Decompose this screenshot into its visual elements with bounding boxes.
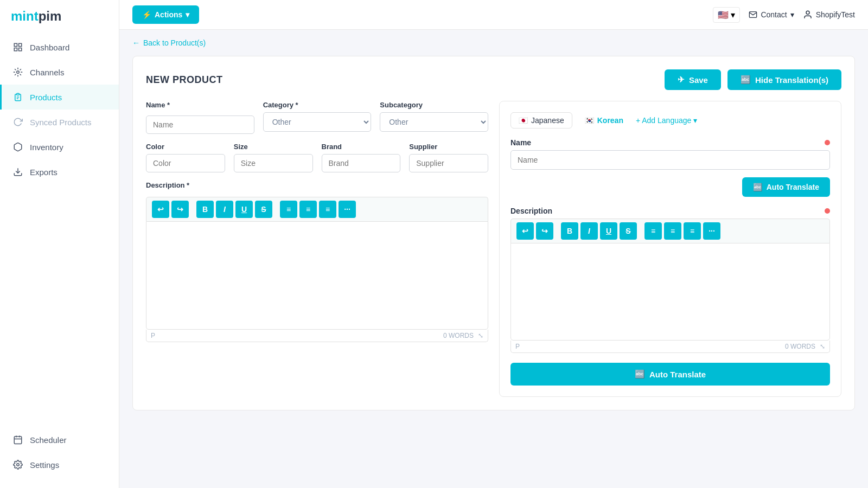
- logo-pim: pim: [39, 9, 62, 23]
- logo-mint: mint: [11, 9, 39, 23]
- auto-translate-name-button[interactable]: 🔤 Auto Translate: [742, 177, 830, 197]
- inventory-icon: [12, 142, 23, 152]
- save-button[interactable]: ✈ Save: [665, 69, 721, 90]
- user-label: ShopifyTest: [816, 10, 855, 19]
- svg-rect-5: [17, 93, 20, 95]
- translation-icon: 🔤: [741, 75, 751, 85]
- undo-button[interactable]: ↩: [152, 201, 169, 218]
- translate-icon-name: 🔤: [753, 183, 762, 191]
- rp-name-input[interactable]: [510, 150, 830, 170]
- sidebar-item-dashboard[interactable]: Dashboard: [0, 35, 119, 60]
- dashboard-label: Dashboard: [30, 43, 69, 52]
- sidebar-item-exports[interactable]: Exports: [0, 159, 119, 184]
- language-selector[interactable]: 🇺🇸 ▾: [713, 7, 740, 23]
- rp-bold-button[interactable]: B: [561, 222, 578, 240]
- underline-button[interactable]: U: [235, 201, 253, 218]
- more-options-button[interactable]: ···: [339, 201, 356, 218]
- rp-word-count: 0 WORDS: [785, 343, 815, 350]
- color-label: Color: [146, 143, 225, 151]
- back-arrow-icon: ←: [132, 38, 140, 47]
- sidebar-nav: Dashboard Channels Products Synced Produ…: [0, 35, 119, 427]
- japanese-flag-icon: 🇯🇵: [519, 116, 528, 125]
- rp-align-center-button[interactable]: ≡: [664, 222, 681, 240]
- content-area: ← Back to Product(s) NEW PRODUCT ✈ Save …: [119, 30, 868, 488]
- tab-korean[interactable]: 🇰🇷 Korean: [577, 112, 631, 129]
- rp-italic-button[interactable]: I: [580, 222, 598, 240]
- rp-more-options-button[interactable]: ···: [703, 222, 720, 240]
- name-label: Name *: [146, 101, 170, 109]
- channels-icon: [12, 67, 23, 78]
- size-label: Size: [234, 143, 313, 151]
- tab-japanese[interactable]: 🇯🇵 Japanese: [510, 112, 572, 129]
- editor-toolbar: ↩ ↪ B I U S ≡ ≡ ≡ ···: [146, 197, 488, 221]
- user-button[interactable]: ShopifyTest: [803, 10, 855, 20]
- back-link[interactable]: ← Back to Product(s): [132, 38, 855, 47]
- color-field-group: Color: [146, 143, 225, 172]
- hide-translation-button[interactable]: 🔤 Hide Translation(s): [727, 69, 841, 90]
- card-header: NEW PRODUCT ✈ Save 🔤 Hide Translation(s): [146, 69, 841, 90]
- bold-button[interactable]: B: [196, 201, 214, 218]
- sidebar: mintpim Dashboard Channels Products: [0, 0, 119, 488]
- auto-translate-name-label: Auto Translate: [767, 183, 819, 191]
- rp-editor-footer: P 0 WORDS ⤡: [510, 341, 830, 353]
- sidebar-item-inventory[interactable]: Inventory: [0, 134, 119, 159]
- rp-align-right-button[interactable]: ≡: [684, 222, 701, 240]
- strikethrough-button[interactable]: S: [255, 201, 272, 218]
- sidebar-item-synced-products: Synced Products: [0, 110, 119, 134]
- product-form: Name * Category * Other Sub: [146, 101, 841, 397]
- name-field-group: Name *: [146, 101, 254, 134]
- contact-button[interactable]: Contact ▾: [749, 10, 794, 19]
- redo-button[interactable]: ↪: [171, 201, 189, 218]
- sidebar-item-scheduler[interactable]: Scheduler: [0, 427, 119, 452]
- svg-point-14: [806, 11, 809, 14]
- rp-name-field: Name 🔤 Auto Translate: [510, 138, 830, 197]
- rp-align-left-button[interactable]: ≡: [644, 222, 662, 240]
- rp-description-label: Description: [510, 207, 552, 215]
- align-right-button[interactable]: ≡: [319, 201, 336, 218]
- svg-rect-2: [14, 48, 17, 51]
- scheduler-icon: [12, 434, 23, 445]
- brand-input[interactable]: [322, 154, 401, 172]
- actions-chevron: ▾: [186, 10, 189, 19]
- supplier-input[interactable]: [409, 154, 488, 172]
- rp-resize-handle[interactable]: ⤡: [820, 343, 825, 350]
- category-field-group: Category * Other: [263, 101, 372, 134]
- rp-strikethrough-button[interactable]: S: [620, 222, 637, 240]
- actions-label: Actions: [155, 10, 182, 19]
- mail-icon: [749, 10, 757, 19]
- hide-translation-label: Hide Translation(s): [755, 75, 828, 85]
- sidebar-item-settings[interactable]: Settings: [0, 452, 119, 477]
- rp-name-label-row: Name: [510, 138, 830, 147]
- align-left-button[interactable]: ≡: [280, 201, 297, 218]
- color-input[interactable]: [146, 154, 225, 172]
- products-icon: [12, 92, 23, 102]
- word-count: 0 WORDS: [443, 332, 474, 339]
- send-icon: ✈: [678, 75, 685, 85]
- auto-translate-bottom-button[interactable]: 🔤 Auto Translate: [510, 363, 830, 386]
- svg-rect-9: [14, 436, 22, 444]
- korean-flag-icon: 🇰🇷: [585, 116, 594, 125]
- rp-underline-button[interactable]: U: [600, 222, 617, 240]
- channels-label: Channels: [30, 68, 64, 77]
- sidebar-item-products[interactable]: Products: [0, 85, 119, 110]
- svg-rect-1: [19, 43, 22, 46]
- description-editor: ↩ ↪ B I U S ≡ ≡ ≡ ···: [146, 197, 488, 342]
- back-label: Back to Product(s): [143, 38, 206, 47]
- add-language-button[interactable]: + Add Language ▾: [636, 116, 697, 125]
- subcategory-select[interactable]: Other: [380, 112, 488, 132]
- product-card: NEW PRODUCT ✈ Save 🔤 Hide Translation(s): [132, 56, 855, 410]
- size-input[interactable]: [234, 154, 313, 172]
- category-select[interactable]: Other: [263, 112, 372, 132]
- description-editor-body[interactable]: [146, 221, 488, 330]
- rp-undo-button[interactable]: ↩: [516, 222, 534, 240]
- sidebar-item-channels[interactable]: Channels: [0, 60, 119, 85]
- align-center-button[interactable]: ≡: [299, 201, 317, 218]
- resize-handle[interactable]: ⤡: [478, 332, 483, 339]
- italic-button[interactable]: I: [216, 201, 233, 218]
- left-panel: Name * Category * Other Sub: [146, 101, 488, 397]
- rp-description-editor-body[interactable]: [510, 243, 830, 341]
- add-lang-label: + Add Language: [636, 116, 691, 125]
- actions-button[interactable]: ⚡ Actions ▾: [132, 5, 199, 24]
- rp-redo-button[interactable]: ↪: [536, 222, 553, 240]
- name-input[interactable]: [146, 115, 254, 134]
